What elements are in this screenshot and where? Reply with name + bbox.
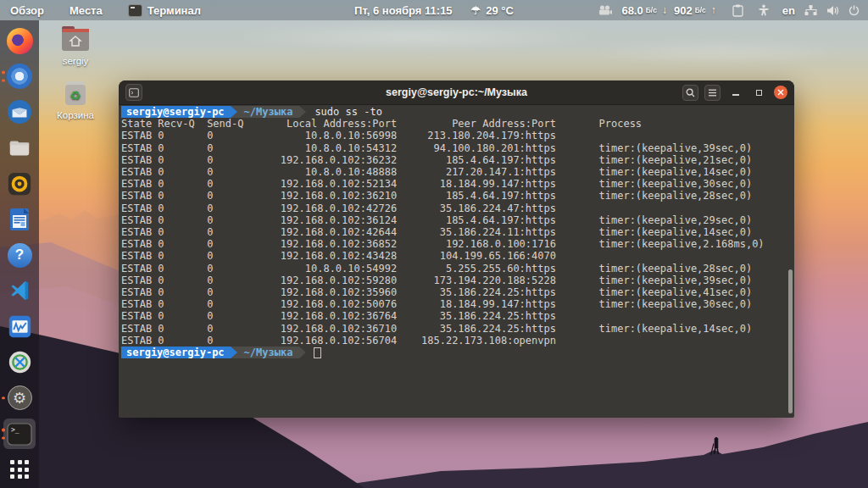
weather-indicator[interactable]: ☂ 29 °C: [471, 4, 514, 17]
upload-arrow-icon: ↑: [711, 4, 716, 16]
maximize-icon: [756, 90, 762, 96]
prompt-path: ~/Музыка: [237, 347, 300, 358]
menu-button[interactable]: [704, 85, 721, 101]
top-bar: Обзор Места Терминал Пт, 6 ноября 11:15 …: [0, 0, 868, 20]
dock-item-firefox[interactable]: [0, 23, 39, 58]
download-arrow-icon: ↓: [662, 4, 667, 16]
dock-item-rhythmbox[interactable]: [0, 166, 39, 202]
prompt-path: ~/Музыка: [237, 106, 300, 118]
files-icon: [7, 136, 32, 161]
net-up-unit: Б/с: [695, 6, 706, 14]
clipboard-icon[interactable]: [732, 4, 743, 17]
prompt-user-host: sergiy@sergiy-pc: [121, 106, 231, 118]
clock-button[interactable]: Пт, 6 ноября 11:15: [354, 4, 453, 17]
prompt-line: sergiy@sergiy-pc ~/Музыка: [121, 347, 794, 358]
running-indicator: [2, 396, 5, 400]
firefox-icon: [7, 28, 33, 54]
terminal-app-icon-button[interactable]: [125, 84, 142, 101]
terminal-titlebar[interactable]: sergiy@sergiy-pc:~/Музыка: [119, 80, 794, 105]
net-up-value: 902: [674, 4, 693, 17]
vscode-icon: [8, 279, 31, 302]
dock: ? ⚙: [0, 20, 39, 488]
media-app-icon: [8, 350, 32, 374]
svg-text:>_: >_: [11, 426, 19, 434]
powerline-arrow: [231, 347, 237, 358]
dock-item-help[interactable]: ?: [0, 237, 39, 273]
minimize-button[interactable]: [728, 80, 743, 104]
running-indicator: [2, 71, 5, 82]
prompt-user-host: sergiy@sergiy-pc: [121, 347, 231, 358]
minimize-icon: [732, 94, 739, 96]
desktop-icon-label: Корзина: [57, 110, 94, 120]
window-controls: [676, 80, 787, 104]
desktop-icon-label: sergiy: [63, 56, 89, 66]
places-menu[interactable]: Места: [70, 4, 103, 17]
network-icon[interactable]: [804, 4, 817, 16]
dock-item-chromium[interactable]: [0, 58, 39, 94]
svg-text:♻: ♻: [70, 88, 81, 103]
dock-item-vscode[interactable]: [0, 273, 39, 308]
top-bar-right: 68.0Б/с ↓ 902Б/с ↑ en: [598, 0, 868, 20]
thunderbird-icon: [7, 99, 32, 125]
search-icon: [686, 88, 695, 97]
dock-item-files[interactable]: [0, 130, 39, 166]
activities-button[interactable]: Обзор: [10, 4, 44, 17]
rhythmbox-icon: [7, 171, 32, 197]
terminal-cursor: [314, 347, 321, 358]
terminal-content[interactable]: sergiy@sergiy-pc ~/Музыка sudo ss -to St…: [119, 104, 794, 418]
desktop-screen: sergiy ♻ Корзина sergiy@sergiy-pc:~/Музы…: [0, 0, 868, 488]
trash-icon: ♻: [60, 78, 91, 108]
chromium-icon: [7, 64, 32, 89]
help-icon: ?: [8, 243, 32, 268]
gear-icon: ⚙: [8, 385, 32, 410]
desktop-icon-home[interactable]: sergiy: [48, 24, 103, 66]
dock-item-system-monitor[interactable]: [0, 309, 39, 345]
dock-item-writer[interactable]: [0, 202, 39, 237]
keyboard-layout-indicator[interactable]: en: [782, 4, 795, 17]
net-speed-indicator[interactable]: 68.0Б/с ↓ 902Б/с ↑: [621, 4, 715, 17]
show-apps-icon: [10, 460, 29, 479]
dock-item-media-app[interactable]: [0, 345, 39, 380]
powerline-arrow: [299, 106, 306, 118]
screen-recorder-icon[interactable]: [598, 5, 612, 15]
app-menu-terminal[interactable]: Терминал: [128, 4, 201, 17]
typed-command: sudo ss -to: [306, 106, 381, 118]
window-title: sergiy@sergiy-pc:~/Музыка: [386, 86, 527, 98]
net-down-value: 68.0: [621, 4, 643, 17]
volume-icon[interactable]: [826, 5, 839, 16]
terminal-icon: [128, 4, 142, 17]
dock-item-show-applications[interactable]: [0, 452, 39, 487]
top-bar-left: Обзор Места Терминал: [0, 4, 201, 17]
maximize-button[interactable]: [751, 80, 766, 104]
hamburger-menu-icon: [708, 89, 717, 97]
libreoffice-writer-icon: [8, 207, 31, 232]
accessibility-icon[interactable]: [758, 4, 770, 16]
search-button[interactable]: [682, 85, 698, 101]
power-icon[interactable]: [849, 5, 860, 16]
terminal-app-icon: >_: [7, 423, 32, 446]
system-monitor-icon: [8, 314, 32, 339]
dock-item-thunderbird[interactable]: [0, 94, 39, 130]
dock-item-terminal[interactable]: >_: [0, 416, 39, 452]
net-down-unit: Б/с: [646, 6, 657, 14]
close-button[interactable]: [774, 86, 787, 99]
desktop-icon-trash[interactable]: ♻ Корзина: [48, 78, 103, 120]
terminal-scrollbar[interactable]: [788, 269, 793, 413]
terminal-icon: [129, 88, 139, 97]
weather-icon: ☂: [471, 4, 481, 17]
powerline-arrow: [231, 106, 237, 118]
powerline-arrow: [299, 347, 306, 358]
terminal-window: sergiy@sergiy-pc:~/Музыка: [119, 80, 794, 418]
home-folder-icon: [58, 24, 92, 54]
dock-item-settings[interactable]: ⚙: [0, 380, 39, 416]
prompt-line: sergiy@sergiy-pc ~/Музыка sudo ss -to: [121, 106, 794, 118]
close-icon: [777, 89, 784, 96]
running-indicator: [2, 429, 5, 440]
ss-output: State Recv-Q Send-Q Local Address:Port P…: [121, 118, 794, 347]
